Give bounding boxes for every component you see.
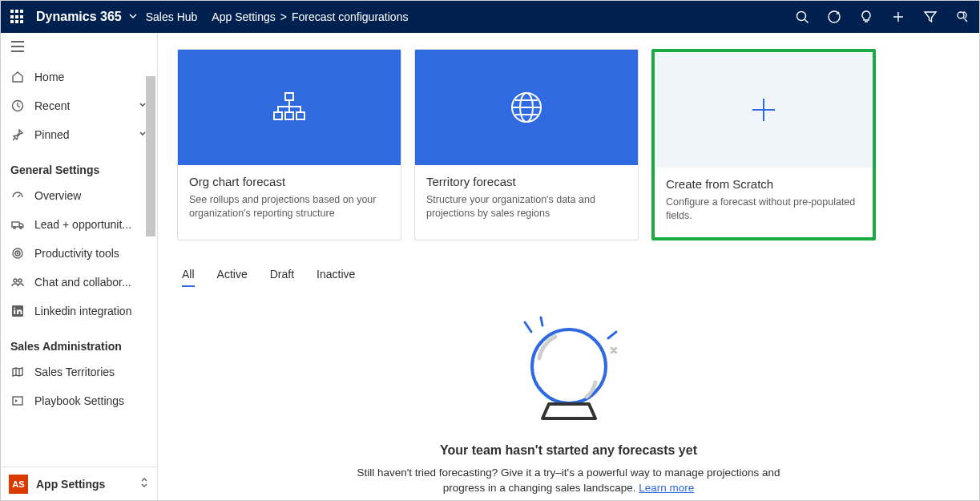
sidebar-item-productivity[interactable]: Productivity tools (1, 239, 157, 268)
area-badge: AS (9, 475, 28, 494)
svg-point-14 (14, 307, 15, 309)
filter-icon[interactable] (923, 10, 938, 24)
breadcrumb-sep: > (280, 10, 287, 23)
sidebar-item-label: Overview (34, 189, 81, 202)
globe-icon (415, 50, 638, 165)
tab-all[interactable]: All (182, 268, 195, 287)
tabs: AllActiveDraftInactive (158, 248, 979, 290)
add-icon[interactable] (891, 10, 905, 24)
chevron-down-icon[interactable] (128, 10, 138, 23)
main-content: Org chart forecastSee rollups and projec… (158, 33, 979, 500)
sidebar-item-playbook[interactable]: Playbook Settings (1, 386, 157, 415)
overview-icon (10, 188, 25, 203)
sidebar-item-label: Home (34, 71, 64, 83)
area-name: App Settings (36, 478, 131, 491)
card-desc: See rollups and projections based on you… (189, 193, 389, 220)
svg-point-5 (14, 227, 16, 229)
target-icon (10, 246, 25, 261)
breadcrumb-lvl2[interactable]: Forecast configurations (292, 10, 409, 23)
svg-rect-17 (274, 112, 282, 119)
sidebar-item-label: Pinned (34, 128, 70, 141)
sidebar-item-recent[interactable]: Recent (1, 91, 157, 120)
sidebar: Home Recent Pinned General Settings Over… (1, 33, 158, 500)
svg-rect-16 (285, 93, 293, 100)
sidebar-item-chat-collab[interactable]: Chat and collabor... (1, 268, 157, 297)
svg-point-25 (532, 329, 606, 403)
map-icon (10, 365, 25, 379)
brand-name[interactable]: Dynamics 365 (36, 10, 122, 24)
tab-active[interactable]: Active (217, 268, 248, 287)
empty-subtitle: Still haven't tried forecasting? Give it… (345, 466, 793, 496)
sidebar-item-label: Lead + opportunit... (34, 218, 131, 231)
updown-icon (139, 476, 149, 491)
empty-sub-text: Still haven't tried forecasting? Give it… (357, 467, 780, 494)
sidebar-item-territories[interactable]: Sales Territories (1, 358, 157, 386)
clock-icon (10, 99, 25, 113)
sidebar-item-pinned[interactable]: Pinned (1, 120, 157, 149)
svg-rect-4 (12, 222, 19, 227)
sidebar-section-label: General Settings (1, 149, 157, 181)
card-desc: Configure a forecast without pre-populat… (666, 196, 861, 223)
card-title: Territory forecast (426, 175, 627, 188)
assistant-icon[interactable] (827, 10, 841, 24)
sidebar-item-home[interactable]: Home (1, 63, 157, 91)
app-launcher-icon[interactable] (10, 10, 25, 24)
template-card-plus[interactable]: Create from ScratchConfigure a forecast … (651, 49, 876, 240)
scrollbar[interactable] (146, 76, 155, 236)
svg-line-23 (541, 317, 542, 325)
home-icon (10, 70, 25, 84)
card-title: Create from Scratch (666, 177, 861, 191)
lightbulb-icon[interactable] (859, 10, 873, 24)
pin-icon (10, 127, 25, 142)
app-name[interactable]: Sales Hub (146, 10, 198, 23)
tab-inactive[interactable]: Inactive (317, 268, 355, 287)
hamburger-icon[interactable] (1, 33, 157, 58)
truck-icon (10, 217, 25, 232)
linkedin-icon (10, 304, 25, 318)
card-desc: Structure your organization's data and p… (426, 193, 627, 220)
empty-state: Your team hasn't started any forecasts y… (158, 290, 979, 496)
sidebar-item-label: Recent (34, 99, 70, 112)
svg-line-22 (525, 322, 531, 332)
sidebar-section-label: Sales Administration (1, 325, 157, 358)
breadcrumb: App Settings > Forecast configurations (212, 10, 408, 23)
org-chart-icon (178, 50, 401, 165)
svg-rect-18 (285, 112, 293, 119)
svg-point-10 (14, 279, 17, 282)
search-icon[interactable] (795, 10, 809, 24)
template-cards: Org chart forecastSee rollups and projec… (158, 33, 979, 248)
breadcrumb-lvl1[interactable]: App Settings (212, 10, 275, 23)
sidebar-item-label: Playbook Settings (34, 394, 124, 407)
sidebar-item-label: Productivity tools (34, 247, 119, 260)
sidebar-item-label: Linkedin integration (34, 305, 131, 317)
people-icon (10, 275, 25, 289)
plus-icon (655, 52, 873, 168)
crystal-ball-illustration (509, 314, 629, 429)
svg-point-11 (18, 279, 22, 282)
sidebar-item-lead-opportunity[interactable]: Lead + opportunit... (1, 210, 157, 239)
svg-point-6 (20, 227, 22, 229)
top-nav: Dynamics 365 Sales Hub App Settings > Fo… (1, 1, 979, 33)
sidebar-item-label: Sales Territories (34, 366, 115, 378)
sidebar-item-label: Chat and collabor... (34, 276, 131, 289)
svg-point-0 (797, 12, 806, 21)
svg-line-24 (608, 332, 616, 338)
svg-point-9 (17, 253, 18, 253)
help-icon[interactable] (955, 10, 970, 24)
sidebar-item-overview[interactable]: Overview (1, 181, 157, 210)
template-card-globe[interactable]: Territory forecastStructure your organiz… (414, 49, 639, 240)
empty-title: Your team hasn't started any forecasts y… (440, 443, 697, 458)
learn-more-link[interactable]: Learn more (639, 482, 694, 494)
area-switcher[interactable]: AS App Settings (1, 467, 157, 500)
card-title: Org chart forecast (189, 175, 389, 188)
svg-point-2 (958, 12, 964, 18)
sidebar-item-linkedin[interactable]: Linkedin integration (1, 297, 157, 325)
svg-rect-13 (14, 310, 15, 315)
template-card-org-chart[interactable]: Org chart forecastSee rollups and projec… (177, 49, 401, 240)
svg-rect-19 (296, 112, 304, 119)
playbook-icon (10, 394, 25, 408)
tab-draft[interactable]: Draft (270, 268, 294, 287)
